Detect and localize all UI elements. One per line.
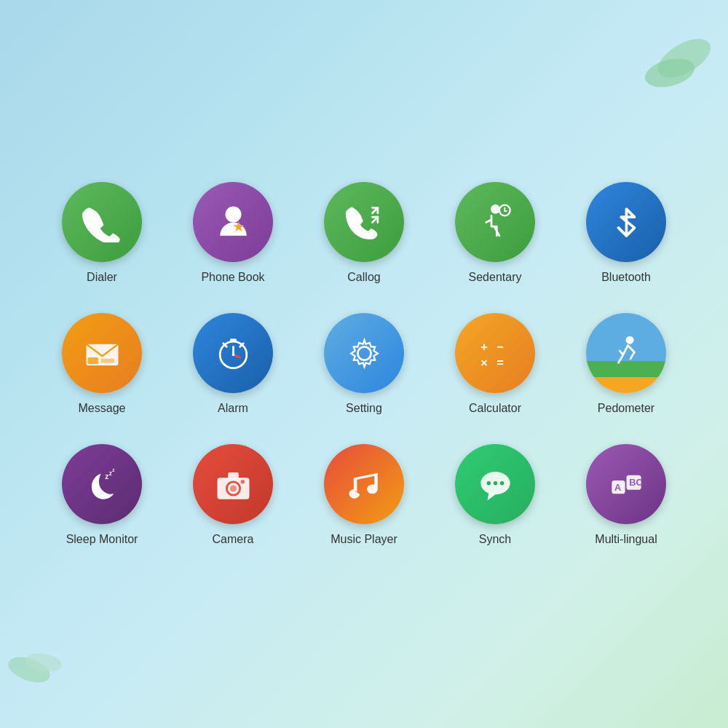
app-item-music[interactable]: Music Player bbox=[306, 444, 422, 546]
app-item-message[interactable]: Message bbox=[44, 313, 160, 415]
svg-text:×: × bbox=[480, 355, 488, 368]
multilingual-label: Multi-lingual bbox=[595, 533, 657, 546]
svg-text:z: z bbox=[108, 470, 111, 476]
svg-point-35 bbox=[240, 480, 245, 484]
svg-point-4 bbox=[225, 206, 241, 222]
app-item-synch[interactable]: Synch bbox=[437, 444, 553, 546]
alarm-label: Alarm bbox=[218, 402, 248, 415]
app-item-multilingual[interactable]: A BC Multi-lingual bbox=[568, 444, 684, 546]
bluetooth-icon bbox=[586, 182, 666, 262]
app-item-bluetooth[interactable]: Bluetooth bbox=[568, 182, 684, 284]
app-item-sleep[interactable]: z z z Sleep Monitor bbox=[44, 444, 160, 546]
calculator-icon: + − × = bbox=[455, 313, 535, 393]
music-label: Music Player bbox=[331, 533, 397, 546]
callog-icon bbox=[324, 182, 404, 262]
sedentary-icon bbox=[455, 182, 535, 262]
sleep-icon: z z z bbox=[62, 444, 142, 524]
camera-icon bbox=[193, 444, 273, 524]
app-item-phonebook[interactable]: Phone Book bbox=[175, 182, 291, 284]
svg-text:+: + bbox=[480, 339, 488, 352]
svg-text:A: A bbox=[614, 481, 621, 492]
svg-point-8 bbox=[491, 204, 500, 213]
app-item-calculator[interactable]: + − × = Calculator bbox=[437, 313, 553, 415]
phonebook-icon bbox=[193, 182, 273, 262]
synch-label: Synch bbox=[479, 533, 511, 546]
svg-point-38 bbox=[493, 480, 497, 485]
multilingual-icon: A BC bbox=[586, 444, 666, 524]
callog-label: Callog bbox=[347, 271, 380, 284]
bluetooth-label: Bluetooth bbox=[601, 271, 651, 284]
app-grid-container: Dialer Phone Book Callog Sedentary Bluet… bbox=[29, 153, 699, 575]
app-item-dialer[interactable]: Dialer bbox=[44, 182, 160, 284]
decorative-leaf-top bbox=[626, 29, 713, 116]
app-item-callog[interactable]: Callog bbox=[306, 182, 422, 284]
svg-text:−: − bbox=[496, 339, 504, 352]
svg-point-20 bbox=[232, 353, 234, 356]
svg-rect-32 bbox=[228, 472, 239, 479]
pedometer-label: Pedometer bbox=[598, 402, 654, 415]
svg-rect-21 bbox=[229, 339, 236, 342]
alarm-icon bbox=[193, 313, 273, 393]
message-icon bbox=[62, 313, 142, 393]
svg-text:BC: BC bbox=[629, 477, 643, 488]
svg-text:z: z bbox=[112, 467, 115, 472]
pedometer-icon bbox=[586, 313, 666, 393]
phonebook-label: Phone Book bbox=[201, 271, 264, 284]
music-icon bbox=[324, 444, 404, 524]
sleep-label: Sleep Monitor bbox=[66, 533, 138, 546]
dialer-label: Dialer bbox=[87, 271, 117, 284]
svg-text:z: z bbox=[105, 472, 108, 480]
svg-point-34 bbox=[229, 485, 236, 491]
svg-point-37 bbox=[486, 480, 491, 485]
setting-label: Setting bbox=[346, 402, 382, 415]
svg-rect-13 bbox=[87, 357, 98, 364]
app-item-camera[interactable]: Camera bbox=[175, 444, 291, 546]
synch-icon bbox=[455, 444, 535, 524]
app-item-sedentary[interactable]: Sedentary bbox=[437, 182, 553, 284]
app-item-alarm[interactable]: Alarm bbox=[175, 313, 291, 415]
camera-label: Camera bbox=[213, 533, 254, 546]
message-label: Message bbox=[79, 402, 126, 415]
app-item-setting[interactable]: Setting bbox=[306, 313, 422, 415]
decorative-leaf-bottom bbox=[7, 626, 80, 684]
app-grid: Dialer Phone Book Callog Sedentary Bluet… bbox=[44, 182, 684, 546]
svg-point-39 bbox=[499, 480, 504, 485]
app-item-pedometer[interactable]: Pedometer bbox=[568, 313, 684, 415]
sedentary-label: Sedentary bbox=[469, 271, 522, 284]
svg-rect-14 bbox=[100, 358, 114, 363]
svg-point-22 bbox=[357, 347, 371, 360]
svg-point-27 bbox=[625, 336, 633, 344]
dialer-icon bbox=[62, 182, 142, 262]
setting-icon bbox=[324, 313, 404, 393]
calculator-label: Calculator bbox=[469, 402, 521, 415]
svg-text:=: = bbox=[496, 355, 504, 368]
